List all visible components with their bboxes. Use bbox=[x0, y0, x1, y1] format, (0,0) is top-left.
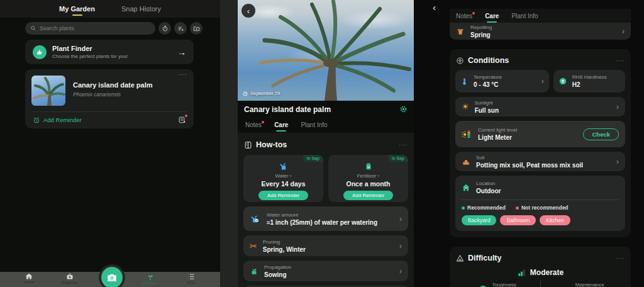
home-icon bbox=[25, 273, 33, 279]
conditions-more-icon[interactable]: ··· bbox=[616, 57, 625, 64]
camera-icon bbox=[107, 273, 117, 282]
tab-snap-history[interactable]: Snap History bbox=[120, 1, 162, 16]
light-meter-icon bbox=[462, 129, 472, 139]
tab-my-garden[interactable]: My Garden bbox=[58, 1, 96, 16]
hardiness-icon bbox=[558, 77, 567, 86]
conditions-icon bbox=[456, 57, 464, 65]
timer-icon bbox=[162, 25, 169, 32]
tab-plant-info[interactable]: Plant Info bbox=[511, 9, 538, 23]
difficulty-section: Difficulty ··· Moderate Toughness High bbox=[450, 247, 631, 287]
plant-thumbnail bbox=[31, 76, 65, 106]
water-card: In Sep Water › Every 14 days Add Reminde… bbox=[243, 155, 323, 202]
folder-add-icon bbox=[193, 25, 200, 32]
tab-notes[interactable]: Notes bbox=[455, 9, 473, 23]
temperature-card[interactable]: Temperature 0 - 43 °C › bbox=[455, 70, 549, 93]
tab-plant-info[interactable]: Plant Info bbox=[300, 118, 328, 132]
sort-button[interactable] bbox=[174, 22, 187, 35]
repotting-row[interactable]: Repotting Spring › bbox=[450, 23, 631, 40]
pot-icon bbox=[456, 27, 465, 36]
howtos-title: How-tos bbox=[256, 140, 287, 149]
legend-not-recommended: Not recommended bbox=[516, 205, 569, 211]
add-folder-button[interactable] bbox=[190, 22, 203, 35]
plant-finder-title: Plant Finder bbox=[52, 45, 128, 52]
difficulty-more-icon[interactable]: ··· bbox=[616, 254, 625, 262]
howtos-more-icon[interactable]: ··· bbox=[399, 141, 408, 149]
check-light-button[interactable]: Check bbox=[583, 128, 619, 140]
detail-title: Canary island date palm bbox=[244, 105, 331, 114]
fertilizer-card: In Sep Fertilizer › Once a month Add Rem… bbox=[328, 155, 408, 202]
back-button[interactable]: ‹ bbox=[242, 4, 255, 18]
difficulty-level: Moderate bbox=[455, 268, 625, 277]
water-value: Every 14 days bbox=[261, 180, 305, 188]
location-row[interactable]: Location Outdoor bbox=[462, 181, 619, 194]
garden-panel: My Garden Snap History Plant Find bbox=[0, 0, 220, 287]
search-input-wrap[interactable] bbox=[25, 22, 155, 35]
add-note-button[interactable] bbox=[178, 116, 186, 124]
reminders-button[interactable] bbox=[158, 22, 171, 35]
soil-row[interactable]: Soil Potting mix soil, Peat moss mix soi… bbox=[455, 152, 625, 171]
tag-kitchen[interactable]: Kitchen bbox=[540, 215, 570, 225]
pruning-row[interactable]: ✂ Pruning Spring, Winter › bbox=[243, 235, 408, 256]
water-badge: In Sep bbox=[303, 155, 323, 162]
nav-more[interactable]: More bbox=[174, 273, 209, 284]
propagation-row[interactable]: Propagation Sowing › bbox=[243, 261, 408, 281]
chevron-right-icon: › bbox=[541, 77, 544, 86]
thermometer-icon bbox=[460, 77, 469, 86]
water-add-reminder-button[interactable]: Add Reminder bbox=[258, 191, 308, 200]
green-dot bbox=[462, 206, 465, 210]
light-meter-row[interactable]: Current light level Light Meter Check bbox=[455, 121, 625, 147]
tab-care[interactable]: Care bbox=[484, 9, 499, 23]
toughness-stat: Toughness High bbox=[455, 282, 540, 287]
hardiness-card[interactable]: RHS Hardiness H2 bbox=[553, 70, 625, 93]
alarm-icon bbox=[33, 116, 40, 124]
plant-card-species: Phoenix canariensis bbox=[73, 91, 153, 98]
chevron-right-icon: › bbox=[622, 27, 625, 36]
diagnose-icon bbox=[66, 273, 74, 280]
chevron-right-icon: › bbox=[616, 157, 619, 166]
plant-icon bbox=[147, 273, 154, 281]
add-reminder-link[interactable]: Add Reminder bbox=[33, 116, 82, 124]
gear-icon[interactable] bbox=[399, 105, 408, 113]
arrow-right-icon[interactable]: → bbox=[177, 47, 186, 57]
more-list-icon bbox=[187, 273, 195, 280]
detail-panel: ‹ September 29 Canary island date palm N… bbox=[220, 0, 414, 287]
water-label[interactable]: Water › bbox=[275, 173, 292, 179]
sun-icon: ☀ bbox=[462, 103, 469, 111]
fertilizer-value: Once a month bbox=[346, 180, 390, 188]
sunlight-row[interactable]: ☀ Sunlight Full sun › bbox=[455, 97, 625, 116]
tag-bathroom[interactable]: Bathroom bbox=[500, 215, 536, 225]
nav-my-plants[interactable]: My Plants bbox=[133, 273, 168, 285]
search-icon bbox=[30, 25, 36, 31]
fertilizer-icon bbox=[364, 162, 373, 171]
maintenance-icon bbox=[562, 285, 571, 287]
tab-care[interactable]: Care bbox=[274, 118, 289, 132]
watering-can-icon bbox=[279, 162, 289, 171]
plant-card[interactable]: ··· Canary island da bbox=[25, 69, 194, 128]
garden-top-tabs: My Garden Snap History bbox=[0, 0, 220, 18]
fertilizer-label[interactable]: Fertilizer › bbox=[357, 173, 380, 179]
nav-diagnose[interactable]: Diagnose bbox=[52, 273, 87, 284]
tab-notes[interactable]: Notes bbox=[245, 118, 262, 132]
fertilizer-add-reminder-button[interactable]: Add Reminder bbox=[343, 191, 393, 200]
propagation-icon bbox=[250, 267, 258, 276]
chevron-right-icon: › bbox=[399, 267, 402, 276]
thumbsup-badge-icon bbox=[33, 45, 47, 59]
difficulty-icon bbox=[456, 254, 464, 262]
note-add-icon bbox=[178, 116, 186, 124]
snap-camera-button[interactable] bbox=[101, 267, 123, 287]
water-amount-icon bbox=[250, 214, 261, 224]
nav-home[interactable]: Home bbox=[11, 273, 47, 284]
notification-dot bbox=[185, 115, 187, 117]
plant-card-more-icon[interactable]: ··· bbox=[179, 70, 187, 78]
search-input[interactable] bbox=[40, 25, 150, 31]
back-button[interactable]: ‹ bbox=[433, 2, 436, 13]
water-amount-row[interactable]: Water amount ≈1 inch (25mm) of water per… bbox=[243, 206, 408, 231]
howtos-icon bbox=[244, 141, 252, 149]
notes-dot bbox=[262, 121, 264, 123]
bottom-nav: Home Diagnose My Plants More bbox=[0, 272, 220, 287]
plant-finder-card[interactable]: Plant Finder Choose the perfect plants f… bbox=[25, 40, 194, 64]
detail-tabs: Notes Care Plant Info bbox=[238, 118, 414, 133]
chevron-right-icon: › bbox=[616, 103, 619, 111]
tag-backyard[interactable]: Backyard bbox=[462, 215, 496, 225]
legend-recommended: Recommended bbox=[462, 205, 506, 211]
